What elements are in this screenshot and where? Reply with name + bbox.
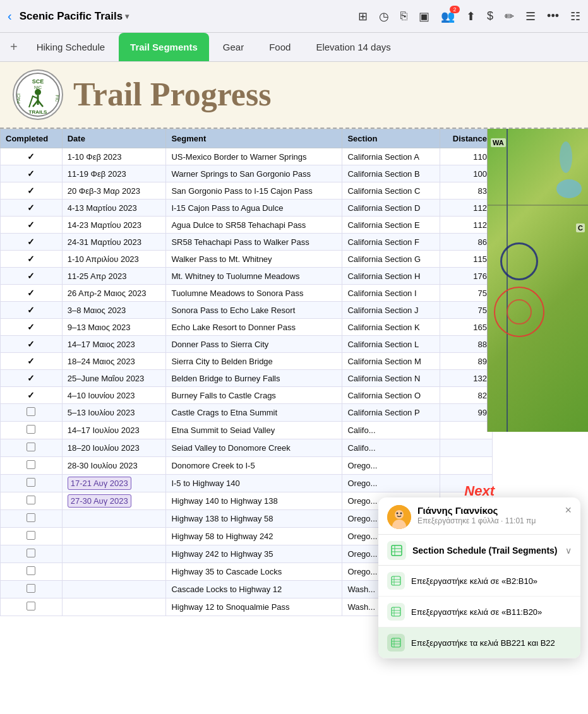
- comment-item-icon-1: [387, 603, 405, 621]
- comment-item-0[interactable]: Επεξεργαστήκε κελιά σε «B2:B10»: [378, 566, 580, 597]
- table-row[interactable]: ✓14–17 Μαιος 2023Donner Pass to Sierra C…: [1, 336, 493, 353]
- checkbox-empty[interactable]: [27, 566, 35, 575]
- tab-hiking[interactable]: Hiking Schedule: [25, 33, 116, 61]
- table-row[interactable]: ✓4–10 Ιουνίου 2023Burney Falls to Castle…: [1, 387, 493, 404]
- table-row[interactable]: ✓1-10 Φεβ 2023US-Mexico Border to Warner…: [1, 148, 493, 165]
- comment-close-button[interactable]: ×: [565, 504, 572, 517]
- pencil-icon[interactable]: ✏: [505, 9, 514, 23]
- checkbox-empty[interactable]: [27, 443, 35, 451]
- table-row[interactable]: ✓11-19 Φεβ 2023Warner Springs to San Gor…: [1, 165, 493, 182]
- cell-segment: Seiad Valley to Donomore Creek: [166, 439, 342, 457]
- table-row[interactable]: ✓25–June Μαΐου 2023Belden Bridge to Burn…: [1, 370, 493, 387]
- cell-completed[interactable]: [1, 563, 63, 581]
- cell-completed[interactable]: [1, 581, 63, 598]
- dollar-icon[interactable]: $: [487, 9, 493, 23]
- share-icon[interactable]: ⬆: [466, 9, 476, 23]
- cell-distance: 82: [440, 387, 493, 404]
- cell-completed[interactable]: [1, 492, 63, 510]
- table-row[interactable]: ✓24-31 Μαρτίου 2023SR58 Tehachapi Pass t…: [1, 234, 493, 251]
- table-row[interactable]: ✓14-23 Μαρτίου 2023Agua Dulce to SR58 Te…: [1, 217, 493, 234]
- ellipsis-icon[interactable]: •••: [547, 9, 559, 23]
- cell-date: [62, 528, 166, 545]
- cell-completed[interactable]: ✓: [1, 319, 63, 336]
- table-row[interactable]: 14–17 Ιουλίου 2023Etna Summit to Seiad V…: [1, 422, 493, 439]
- cell-completed[interactable]: [1, 404, 63, 422]
- table-row[interactable]: ✓11-25 Απρ 2023Mt. Whitney to Tuolumne M…: [1, 268, 493, 285]
- cell-distance: 75: [440, 302, 493, 319]
- cell-completed[interactable]: [1, 510, 63, 528]
- checkbox-empty[interactable]: [27, 549, 35, 557]
- cell-completed[interactable]: ✓: [1, 353, 63, 370]
- cell-completed[interactable]: [1, 439, 63, 457]
- col-section: Section: [342, 129, 440, 148]
- tab-gear[interactable]: Gear: [212, 33, 255, 61]
- cell-completed[interactable]: ✓: [1, 148, 63, 165]
- cell-segment: San Gorgonio Pass to I-15 Cajon Pass: [166, 182, 342, 199]
- comment-section-chevron[interactable]: ∨: [565, 545, 572, 556]
- checkbox-empty[interactable]: [27, 407, 35, 416]
- cell-completed[interactable]: ✓: [1, 285, 63, 302]
- cell-completed[interactable]: [1, 545, 63, 563]
- table-row[interactable]: 28-30 Ιουλίου 2023Donomore Creek to I-5O…: [1, 457, 493, 475]
- comment-item-1[interactable]: Επεξεργαστήκε κελιά σε «B11:B20»: [378, 597, 580, 628]
- lines-icon[interactable]: ☰: [525, 9, 536, 23]
- cell-completed[interactable]: ✓: [1, 387, 63, 404]
- table-row[interactable]: 17-21 Αυγ 2023I-5 to Highway 140Orego...: [1, 475, 493, 492]
- copy-icon[interactable]: ⎘: [400, 9, 407, 23]
- checkbox-empty[interactable]: [27, 584, 35, 593]
- checkbox-empty[interactable]: [27, 478, 35, 487]
- svg-point-16: [400, 513, 402, 515]
- table-row[interactable]: ✓4-13 Μαρτίου 2023I-15 Cajon Pass to Agu…: [1, 199, 493, 217]
- cell-completed[interactable]: ✓: [1, 370, 63, 387]
- checkbox-empty[interactable]: [27, 425, 35, 434]
- table-row[interactable]: ✓1-10 Απριλίου 2023Walker Pass to Mt. Wh…: [1, 251, 493, 268]
- table-row[interactable]: ✓3–8 Μαιος 2023Sonora Pass to Echo Lake …: [1, 302, 493, 319]
- table-row[interactable]: 5–13 Ιουλίου 2023Castle Crags to Etna Su…: [1, 404, 493, 422]
- list-icon[interactable]: ☷: [570, 9, 580, 23]
- cell-completed[interactable]: ✓: [1, 182, 63, 199]
- table-row[interactable]: ✓26 Απρ-2 Μαιος 2023Tuolumne Meadows to …: [1, 285, 493, 302]
- cell-completed[interactable]: ✓: [1, 336, 63, 353]
- cell-distance: [440, 439, 493, 457]
- comment-popup: Γιάννης Γιαννίκος Επεξεργάστηκε 1 φύλλα …: [378, 497, 580, 658]
- tab-elevation[interactable]: Elevation 14 days: [304, 33, 402, 61]
- checkbox-empty[interactable]: [27, 531, 35, 540]
- svg-rect-25: [392, 607, 400, 616]
- cell-completed[interactable]: [1, 598, 63, 616]
- comment-timestamp: Επεξεργάστηκε 1 φύλλα · 11:01 πμ: [417, 516, 558, 525]
- cell-date: 24-31 Μαρτίου 2023: [62, 234, 166, 251]
- checkbox-empty[interactable]: [27, 602, 35, 610]
- checkbox-empty[interactable]: [27, 496, 35, 504]
- cell-completed[interactable]: ✓: [1, 251, 63, 268]
- comment-section-header[interactable]: Section Schedule (Trail Segments) ∨: [378, 535, 580, 566]
- cell-completed[interactable]: [1, 457, 63, 475]
- table-row[interactable]: ✓18–24 Μαιος 2023Sierra City to Belden B…: [1, 353, 493, 370]
- cell-completed[interactable]: ✓: [1, 199, 63, 217]
- cell-completed[interactable]: ✓: [1, 165, 63, 182]
- table-row[interactable]: 18–20 Ιουλίου 2023Seiad Valley to Donomo…: [1, 439, 493, 457]
- tab-food[interactable]: Food: [258, 33, 302, 61]
- table-row[interactable]: ✓9–13 Μαιος 2023Echo Lake Resort to Donn…: [1, 319, 493, 336]
- cell-completed[interactable]: ✓: [1, 217, 63, 234]
- add-tab-button[interactable]: +: [5, 33, 23, 61]
- cell-completed[interactable]: [1, 528, 63, 545]
- comment-item-2[interactable]: Επεξεργαστήκε τα κελιά BB221 και B22: [378, 628, 580, 658]
- cell-distance: 99: [440, 404, 493, 422]
- clock-icon[interactable]: ◷: [379, 9, 389, 23]
- back-button[interactable]: ‹: [8, 9, 12, 23]
- cell-completed[interactable]: ✓: [1, 302, 63, 319]
- tab-trail-segments[interactable]: Trail Segments: [119, 33, 209, 61]
- image-icon[interactable]: ▣: [419, 9, 429, 23]
- grid-icon[interactable]: ⊞: [358, 9, 368, 23]
- cell-completed[interactable]: ✓: [1, 234, 63, 251]
- highlighted-date: 27-30 Αυγ 2023: [68, 494, 131, 508]
- cell-completed[interactable]: ✓: [1, 268, 63, 285]
- title-dropdown-arrow[interactable]: ▾: [125, 12, 129, 21]
- cell-date: 14-23 Μαρτίου 2023: [62, 217, 166, 234]
- checkbox-empty[interactable]: [27, 460, 35, 469]
- checkbox-empty[interactable]: [27, 513, 35, 522]
- cell-completed[interactable]: [1, 422, 63, 439]
- table-row[interactable]: ✓20 Φεβ-3 Μαρ 2023San Gorgonio Pass to I…: [1, 182, 493, 199]
- collaborators-icon[interactable]: 👥2: [441, 9, 455, 23]
- cell-completed[interactable]: [1, 475, 63, 492]
